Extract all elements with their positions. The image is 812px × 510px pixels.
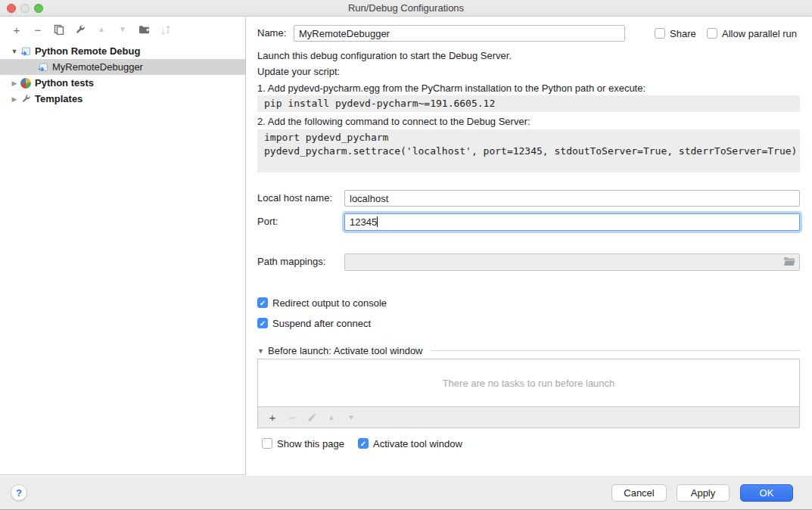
tree-item-label: Python Remote Debug [35, 45, 140, 57]
pip-install-code: pip install pydevd-pycharm~=191.6605.12 [257, 95, 800, 112]
new-folder-icon[interactable] [133, 23, 154, 36]
expand-arrow-icon[interactable]: ▼ [9, 48, 20, 55]
move-task-down-icon[interactable]: ▼ [341, 411, 361, 424]
empty-tasks-text: There are no tasks to run before launch [443, 378, 615, 389]
port-input[interactable]: 12345 [344, 213, 800, 231]
step-1-text: 1. Add pydevd-pycharm.egg from the PyCha… [257, 82, 646, 95]
close-button[interactable] [7, 4, 16, 13]
edit-templates-icon[interactable] [70, 23, 91, 36]
dialog-footer: ? Cancel Apply OK [0, 476, 812, 509]
run-debug-configurations-dialog: Run/Debug Configurations + − ▲ ▼ ↓az [0, 0, 812, 510]
suspend-after-connect-label: Suspend after connect [272, 318, 371, 329]
port-label: Port: [257, 213, 278, 230]
activate-tool-window-label: Activate tool window [373, 438, 462, 449]
path-mappings-label: Path mappings: [257, 253, 325, 270]
sort-alphabetically-icon[interactable]: ↓az [154, 23, 176, 36]
sidebar-toolbar: + − ▲ ▼ ↓az [0, 17, 245, 41]
edit-task-icon[interactable] [302, 411, 322, 424]
zoom-button[interactable] [34, 4, 43, 13]
before-launch-task-list[interactable]: There are no tasks to run before launch [257, 359, 800, 407]
remove-task-icon[interactable]: − [282, 411, 302, 424]
move-down-icon[interactable]: ▼ [112, 23, 133, 36]
step-2-text: 2. Add the following command to connect … [257, 115, 530, 128]
remove-configuration-icon[interactable]: − [27, 23, 48, 36]
remote-debug-config-icon [20, 45, 32, 58]
tree-item-label: Templates [35, 93, 82, 104]
port-value: 12345 [350, 216, 377, 228]
name-input[interactable] [294, 25, 625, 42]
tree-item-label: MyRemoteDebugger [52, 61, 143, 73]
text-caret [377, 216, 378, 227]
activate-tool-window-checkbox[interactable] [358, 438, 369, 449]
help-button[interactable]: ? [11, 484, 27, 501]
window-title: Run/Debug Configurations [0, 0, 812, 17]
activate-tool-window-group: Activate tool window [358, 435, 462, 452]
before-launch-toolbar: + − ▲ ▼ [257, 407, 800, 428]
configuration-editor: Name: Share Allow parallel run Launch th… [257, 17, 800, 475]
name-label: Name: [257, 27, 286, 39]
allow-parallel-run-label: Allow parallel run [722, 28, 797, 39]
add-configuration-icon[interactable]: + [6, 23, 27, 36]
share-checkbox[interactable] [655, 28, 665, 39]
browse-folder-icon[interactable] [783, 257, 795, 269]
configurations-sidebar: + − ▲ ▼ ↓az ▼ Python Remote D [0, 17, 246, 475]
description-line-1: Launch this debug configuration to start… [257, 49, 512, 62]
cancel-button[interactable]: Cancel [611, 484, 667, 502]
description-line-2: Update your script: [257, 65, 340, 78]
name-row: Name: Share Allow parallel run [257, 25, 800, 42]
tree-item-templates[interactable]: ▶ Templates [0, 91, 245, 107]
python-tests-icon [20, 77, 32, 89]
tree-item-myremotedebugger[interactable]: MyRemoteDebugger [0, 59, 245, 75]
tree-item-python-tests[interactable]: ▶ Python tests [0, 75, 245, 91]
share-label: Share [670, 28, 696, 39]
show-this-page-group: Show this page [262, 435, 344, 452]
move-task-up-icon[interactable]: ▲ [322, 411, 341, 424]
suspend-after-connect-checkbox[interactable] [257, 318, 268, 328]
show-this-page-checkbox[interactable] [262, 438, 272, 449]
redirect-output-checkbox[interactable] [257, 297, 268, 308]
settrace-code-line-1: import pydevd_pycharm [264, 132, 388, 143]
path-mappings-input[interactable] [344, 253, 800, 271]
local-host-label: Local host name: [257, 190, 332, 207]
settrace-code: import pydevd_pycharmpydevd_pycharm.sett… [257, 129, 800, 173]
collapse-arrow-icon[interactable]: ▶ [9, 79, 20, 87]
tree-item-python-remote-debug[interactable]: ▼ Python Remote Debug [0, 43, 245, 59]
apply-button[interactable]: Apply [677, 484, 730, 502]
before-launch-title: Before launch: Activate tool window [268, 345, 423, 356]
remote-debug-config-icon [37, 61, 49, 73]
templates-wrench-icon [20, 93, 32, 105]
move-up-icon[interactable]: ▲ [91, 23, 112, 36]
titlebar: Run/Debug Configurations [0, 0, 812, 17]
add-task-icon[interactable]: + [263, 411, 282, 424]
allow-parallel-run-checkbox[interactable] [707, 28, 717, 39]
section-collapse-icon[interactable]: ▼ [257, 347, 268, 355]
local-host-input[interactable] [344, 190, 800, 207]
show-this-page-label: Show this page [277, 438, 344, 449]
configurations-tree: ▼ Python Remote Debug MyRemoteDebugger ▶… [0, 43, 245, 107]
redirect-output-label: Redirect output to console [272, 297, 387, 309]
minimize-button[interactable] [20, 4, 30, 13]
share-checkbox-group: Share [655, 25, 696, 42]
allow-parallel-checkbox-group: Allow parallel run [707, 25, 797, 42]
tree-item-label: Python tests [35, 77, 94, 89]
before-launch-header: ▼ Before launch: Activate tool window [257, 345, 800, 356]
ok-button[interactable]: OK [740, 484, 793, 502]
copy-configuration-icon[interactable] [48, 23, 70, 36]
collapse-arrow-icon[interactable]: ▶ [9, 95, 20, 103]
settrace-code-line-2: pydevd_pycharm.settrace('localhost', por… [264, 145, 797, 157]
section-divider [431, 350, 800, 351]
redirect-output-group: Redirect output to console [257, 294, 387, 311]
question-mark-icon: ? [16, 487, 22, 499]
suspend-after-connect-group: Suspend after connect [257, 315, 371, 331]
